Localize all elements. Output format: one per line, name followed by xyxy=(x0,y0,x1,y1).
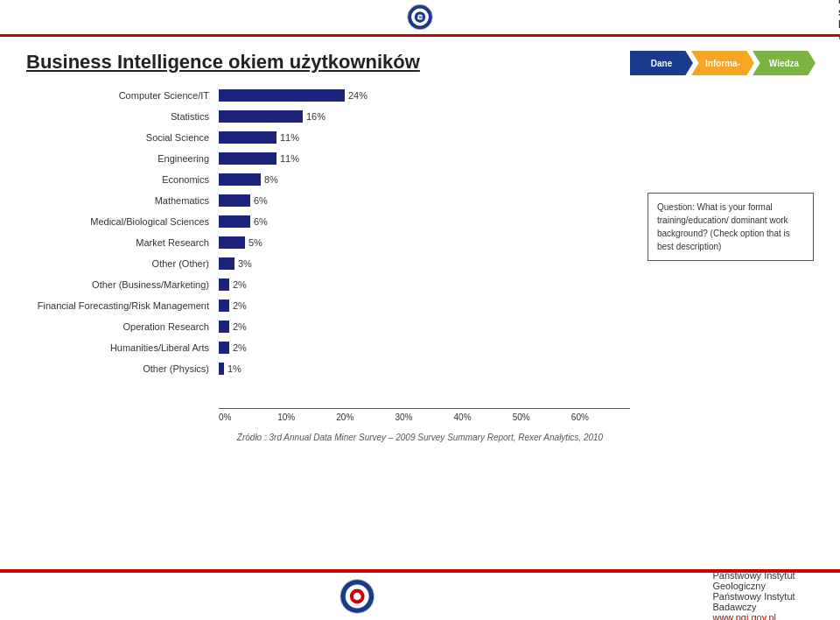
bar-pct-label: 8% xyxy=(264,174,278,185)
bar-label: Other (Physics) xyxy=(26,363,214,374)
x-tick: 40% xyxy=(454,412,513,422)
steps-container: Dane Informa- Wiedza xyxy=(630,51,814,75)
bar-fill xyxy=(219,257,234,270)
bar-label: Engineering xyxy=(26,153,214,164)
footer: PGI Państwowy Instytut Geologiczny Państ… xyxy=(0,569,840,620)
bar-row: Financial Forecasting/Risk Management2% xyxy=(219,298,630,314)
bar-wrap: 2% xyxy=(219,299,630,312)
bar-row: Economics8% xyxy=(219,172,630,187)
bar-label: Economics xyxy=(26,174,214,185)
bar-pct-label: 11% xyxy=(280,132,299,143)
bar-label: Operation Research xyxy=(26,321,214,332)
bar-wrap: 24% xyxy=(219,89,630,102)
x-tick: 60% xyxy=(571,412,630,422)
question-text: Question: What is your formal training/e… xyxy=(657,202,790,251)
chart-area: Computer Science/IT24%Statistics16%Socia… xyxy=(26,88,814,422)
footer-name2: Państwowy Instytut Badawczy xyxy=(712,591,830,612)
bar-pct-label: 2% xyxy=(233,342,247,353)
bar-pct-label: 2% xyxy=(233,300,247,311)
bar-label: Statistics xyxy=(26,111,214,122)
bar-row: Medical/Biological Sciences6% xyxy=(219,214,630,229)
bar-fill xyxy=(219,321,229,333)
footer-name1: Państwowy Instytut Geologiczny xyxy=(712,570,830,591)
x-tick: 0% xyxy=(219,412,277,422)
step-info-label: Informa- xyxy=(705,59,740,68)
bar-wrap: 2% xyxy=(219,342,630,354)
bar-label: Humanities/Liberal Arts xyxy=(26,342,214,353)
x-tick: 50% xyxy=(513,412,571,422)
bar-pct-label: 3% xyxy=(238,258,252,269)
bar-label: Social Science xyxy=(26,132,214,143)
svg-text:PSH: PSH xyxy=(416,15,424,19)
bar-pct-label: 11% xyxy=(280,153,299,164)
bar-wrap: 6% xyxy=(219,194,630,207)
bar-row: Other (Other)3% xyxy=(219,256,630,271)
header-logo: PSH xyxy=(10,4,830,31)
bar-row: Operation Research2% xyxy=(219,319,630,335)
bar-wrap: 2% xyxy=(219,321,630,333)
bar-row: Mathematics6% xyxy=(219,193,630,208)
bar-wrap: 3% xyxy=(219,257,630,270)
bar-wrap: 1% xyxy=(219,363,630,375)
bar-wrap: 11% xyxy=(219,131,630,144)
bar-label: Other (Other) xyxy=(26,258,214,269)
step-dane-label: Dane xyxy=(651,59,672,68)
bar-wrap: 16% xyxy=(219,110,630,123)
bar-row: Other (Physics)1% xyxy=(219,361,630,377)
bar-fill xyxy=(219,278,229,291)
bar-label: Medical/Biological Sciences xyxy=(26,216,214,227)
chart-main: Computer Science/IT24%Statistics16%Socia… xyxy=(26,88,630,422)
bar-row: Computer Science/IT24% xyxy=(219,88,630,103)
x-tick: 20% xyxy=(336,412,395,422)
bar-fill xyxy=(219,110,303,123)
bar-row: Humanities/Liberal Arts2% xyxy=(219,340,630,356)
bar-wrap: 8% xyxy=(219,173,630,186)
x-tick: 10% xyxy=(277,412,336,422)
bar-pct-label: 24% xyxy=(348,90,368,101)
bar-fill xyxy=(219,194,250,207)
x-tick: 30% xyxy=(395,412,453,422)
bar-wrap: 11% xyxy=(219,152,630,165)
bar-pct-label: 16% xyxy=(306,111,326,122)
bar-fill xyxy=(219,131,276,144)
bar-fill xyxy=(219,215,250,228)
step-dane: Dane xyxy=(630,51,693,75)
bar-row: Statistics16% xyxy=(219,109,630,124)
bar-pct-label: 1% xyxy=(228,363,242,374)
bar-label: Other (Business/Marketing) xyxy=(26,279,214,290)
bar-pct-label: 6% xyxy=(254,195,268,206)
bar-fill xyxy=(219,152,276,165)
source-text: Źródło : 3rd Annual Data Miner Survey – … xyxy=(26,433,814,442)
step-info: Informa- xyxy=(691,51,754,75)
bar-fill xyxy=(219,89,345,102)
bar-row: Other (Business/Marketing)2% xyxy=(219,277,630,292)
bar-pct-label: 2% xyxy=(233,321,247,332)
main-content: Business Intelligence okiem użytkowników… xyxy=(0,37,840,451)
bar-label: Financial Forecasting/Risk Management xyxy=(26,300,214,311)
x-axis: 0%10%20%30%40%50%60% xyxy=(219,408,630,422)
bar-fill xyxy=(219,173,261,186)
bar-fill xyxy=(219,299,229,312)
bar-fill xyxy=(219,363,224,375)
bar-wrap: 6% xyxy=(219,215,630,228)
header: PSH Państwowa służba hydrogeologiczna ww… xyxy=(0,0,840,37)
bar-wrap: 5% xyxy=(219,236,630,249)
question-box: Question: What is your formal training/e… xyxy=(648,193,814,261)
bar-label: Market Research xyxy=(26,237,214,248)
footer-logo: PGI xyxy=(10,578,704,615)
bar-row: Market Research5% xyxy=(219,235,630,250)
bar-fill xyxy=(219,236,245,249)
bar-pct-label: 6% xyxy=(254,216,268,227)
svg-text:PGI: PGI xyxy=(354,595,361,600)
bar-chart: Computer Science/IT24%Statistics16%Socia… xyxy=(26,88,630,408)
footer-text: Państwowy Instytut Geologiczny Państwowy… xyxy=(712,570,830,620)
step-know: Wiedza xyxy=(752,51,816,75)
bar-label: Computer Science/IT xyxy=(26,90,214,101)
bar-pct-label: 2% xyxy=(233,279,247,290)
bar-pct-label: 5% xyxy=(248,237,262,248)
bar-row: Social Science11% xyxy=(219,130,630,145)
bar-label: Mathematics xyxy=(26,195,214,206)
bar-row: Engineering11% xyxy=(219,151,630,166)
bar-wrap: 2% xyxy=(219,278,630,291)
bar-fill xyxy=(219,342,229,354)
